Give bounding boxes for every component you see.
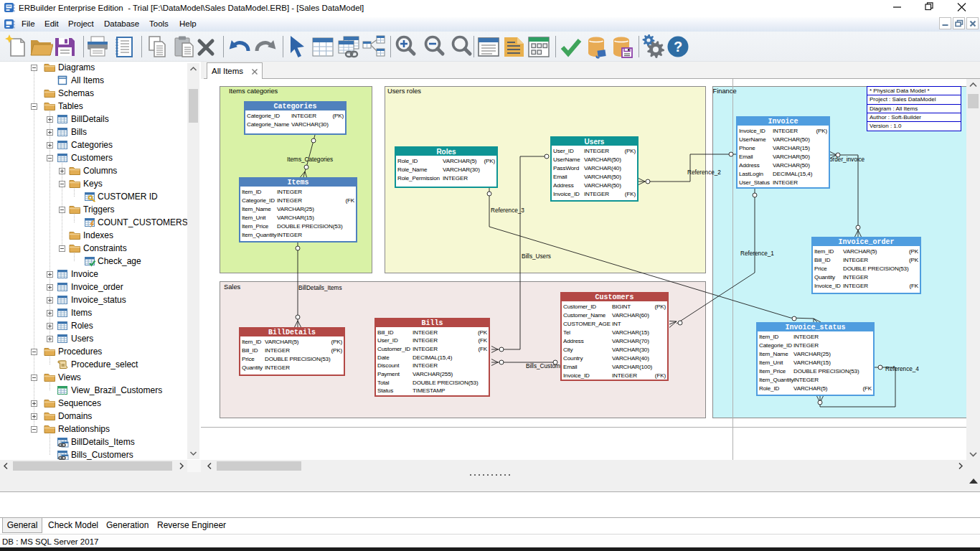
svg-text:?: ? [674,39,682,55]
